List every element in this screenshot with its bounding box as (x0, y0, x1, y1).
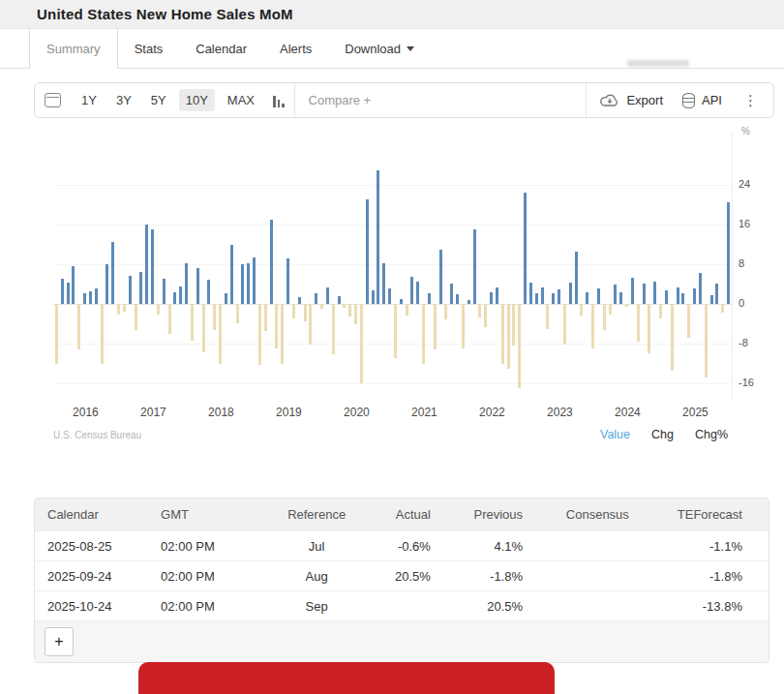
x-tick-label: 2016 (73, 406, 99, 419)
chart-bar (83, 293, 86, 304)
chart-bar (444, 304, 447, 319)
chart-bar (552, 293, 555, 304)
chart-bar (163, 279, 166, 304)
chart-bar (343, 304, 346, 308)
chart-bar (422, 304, 425, 364)
chart-bar (715, 284, 718, 304)
range-3y-button[interactable]: 3Y (109, 89, 138, 111)
gridline (53, 344, 732, 345)
compare-input[interactable]: Compare + (294, 83, 588, 117)
mode-chgpct-link[interactable]: Chg% (695, 428, 728, 441)
chart-bar (467, 300, 470, 304)
chart-bar (151, 229, 154, 304)
calendar-table: CalendarGMTReferenceActualPreviousConsen… (34, 498, 769, 663)
chart-bar (145, 225, 148, 304)
chart-bar (575, 252, 578, 304)
chart-section: % 241680-8-16 20162017201820192020202120… (0, 118, 784, 455)
chart-bar (388, 288, 391, 304)
chart-bar (665, 290, 668, 304)
tab-stats[interactable]: Stats (118, 29, 180, 68)
chart-bar (496, 287, 498, 304)
chart-bar (123, 304, 126, 312)
chart-bar (320, 304, 323, 309)
chart-bar (710, 295, 713, 304)
chart-bar (241, 264, 244, 304)
chart-bar (614, 285, 617, 304)
chart-bar (207, 280, 210, 304)
mode-chg-link[interactable]: Chg (651, 428, 674, 441)
table-row[interactable]: 2025-09-2402:00 PMAug20.5%-1.8%-1.8% (35, 560, 769, 590)
chart-bar (315, 293, 317, 304)
tab-download[interactable]: Download (328, 29, 431, 68)
chart-bar (591, 304, 594, 348)
table-row[interactable]: 2025-08-2502:00 PMJul-0.6%4.1%-1.1% (35, 530, 769, 560)
chart-bar (326, 287, 329, 304)
cloud-download-icon (600, 94, 619, 107)
table-footer: + (35, 620, 769, 662)
column-header: Previous (444, 507, 536, 522)
tab-summary[interactable]: Summary (29, 29, 118, 69)
chart-bar (501, 304, 504, 364)
y-tick-label: -16 (739, 377, 777, 388)
table-cell: 2025-09-24 (47, 569, 161, 584)
api-button[interactable]: API (682, 93, 722, 108)
chart-bar (264, 304, 267, 331)
y-tick-label: -8 (739, 337, 777, 348)
chart-bar (202, 304, 205, 352)
chart-bar (286, 258, 289, 304)
chart-bar (416, 282, 419, 304)
table-row[interactable]: 2025-10-2402:00 PMSep20.5%-13.8% (35, 590, 769, 620)
chart-toolbar: 1Y3Y5Y10YMAX Compare + Export API ⋮ (34, 82, 774, 118)
range-1y-button[interactable]: 1Y (75, 89, 104, 111)
table-cell: -1.8% (643, 569, 756, 584)
chart-bar (281, 304, 284, 364)
chart-bar (338, 296, 341, 304)
chart-bar (298, 297, 301, 304)
tab-alerts[interactable]: Alerts (263, 29, 328, 68)
chart-bar (484, 304, 487, 327)
chart-bar (677, 287, 679, 304)
chart-bar (394, 304, 397, 358)
chart-bar (129, 276, 132, 304)
table-cell: Aug (267, 569, 366, 584)
chart-bar (400, 299, 403, 304)
range-max-button[interactable]: MAX (221, 89, 261, 111)
calendar-icon[interactable] (45, 93, 61, 107)
caret-down-icon (407, 46, 414, 51)
mode-value-link[interactable]: Value (600, 428, 630, 441)
chart-bar (597, 288, 600, 304)
chart-footer: U.S. Census Bureau ValueChgChg% (53, 428, 728, 441)
chart-bar (95, 288, 98, 304)
x-tick-label: 2023 (547, 406, 573, 419)
bar-chart-plot (53, 132, 733, 401)
chart-bar (721, 304, 724, 313)
chart-bar (507, 304, 510, 369)
chart-bar (360, 304, 363, 383)
chart-bar (529, 283, 532, 304)
chart-bar (541, 287, 544, 304)
range-5y-button[interactable]: 5Y (144, 89, 173, 111)
table-cell: -1.8% (444, 569, 536, 584)
export-button[interactable]: Export (600, 93, 663, 107)
range-group: 1Y3Y5Y10YMAX (35, 83, 294, 117)
kebab-menu-icon[interactable]: ⋮ (741, 92, 760, 109)
column-header: Consensus (536, 507, 643, 522)
range-10y-button[interactable]: 10Y (179, 89, 215, 111)
chart-bar (106, 264, 108, 304)
chart-bar (671, 304, 674, 371)
chart-bar (230, 245, 233, 305)
chart-bar (77, 304, 80, 349)
column-chart-icon[interactable] (273, 94, 285, 107)
chart-bar (67, 283, 70, 304)
chart-bar (275, 304, 278, 348)
chart-bar (191, 304, 194, 341)
add-row-button[interactable]: + (45, 627, 74, 656)
tab-calendar[interactable]: Calendar (179, 29, 263, 68)
chart-bar (354, 304, 357, 324)
red-banner[interactable] (138, 662, 555, 694)
x-tick-label: 2020 (344, 406, 370, 419)
chart-bar (586, 292, 588, 304)
chart-bar (524, 193, 527, 304)
chart-bar (637, 304, 640, 342)
x-tick-label: 2025 (682, 406, 709, 419)
